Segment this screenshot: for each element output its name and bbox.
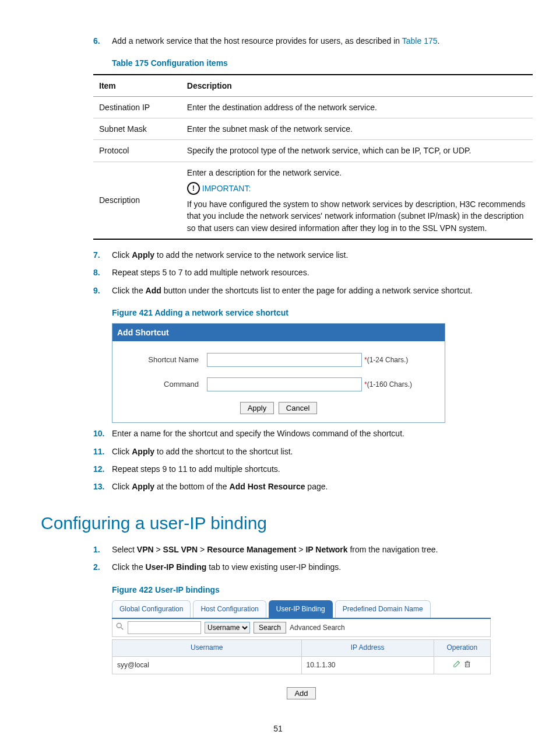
step-text: Click the (112, 286, 146, 295)
step-c2: 2. Click the User-IP Binding tab to view… (58, 561, 498, 573)
step-c1: 1. Select VPN > SSL VPN > Resource Manag… (58, 544, 498, 555)
table-row: Protocol Specify the protocol type of th… (93, 140, 533, 162)
col-username: Username (112, 640, 302, 656)
step-text: from the navigation tree. (348, 545, 438, 554)
step-bold: User-IP Binding (146, 562, 207, 572)
step-text: Enter a name for the shortcut and specif… (112, 429, 404, 438)
step-12: 12. Repeat steps 9 to 11 to add multiple… (58, 463, 498, 475)
step-text: > (296, 545, 305, 554)
step-text: Click (112, 250, 132, 260)
col-ip-address: IP Address (301, 640, 434, 656)
cell-ip: 10.1.1.30 (301, 656, 434, 674)
command-hint: (1-160 Chars.) (367, 380, 412, 388)
shortcut-name-hint: (1-24 Chars.) (367, 356, 409, 364)
table-row: Subnet Mask Enter the subnet mask of the… (93, 118, 533, 140)
figure-421-caption: Figure 421 Adding a network service shor… (112, 307, 498, 318)
command-input[interactable] (207, 377, 362, 391)
edit-icon[interactable] (453, 660, 461, 671)
step-number: 11. (93, 446, 104, 457)
step-text: button under the shortcuts list to enter… (161, 286, 473, 295)
svg-rect-2 (465, 662, 469, 667)
step-number: 9. (93, 285, 100, 296)
table-header-item: Item (93, 75, 181, 97)
step-number: 2. (93, 561, 100, 573)
step-text: to add the network service to the networ… (154, 250, 348, 260)
user-ip-binding-panel: Global Configuration Host Configuration … (112, 600, 491, 699)
cell-desc: Enter the subnet mask of the network ser… (181, 118, 533, 140)
step-text: Click (112, 482, 132, 491)
command-label: Command (129, 379, 207, 390)
delete-icon[interactable] (463, 660, 471, 671)
desc-intro: Enter a description for the network serv… (187, 167, 527, 178)
cell-username: syy@local (112, 656, 302, 674)
cell-item: Subnet Mask (93, 118, 181, 140)
tab-host-configuration[interactable]: Host Configuration (193, 600, 266, 618)
step-bold: Add Host Resource (230, 482, 305, 491)
tab-user-ip-binding[interactable]: User-IP Binding (269, 600, 333, 618)
step-7: 7. Click Apply to add the network servic… (58, 249, 498, 261)
step-text: at the bottom of the (154, 482, 229, 491)
cell-item: Destination IP (93, 96, 181, 118)
tab-global-configuration[interactable]: Global Configuration (112, 600, 191, 618)
step-text: tab to view existing user-IP bindings. (206, 562, 341, 572)
tab-predefined-domain-name[interactable]: Predefined Domain Name (335, 600, 431, 618)
step-9: 9. Click the Add button under the shortc… (58, 285, 498, 296)
col-operation: Operation (434, 640, 490, 656)
add-button[interactable]: Add (287, 687, 315, 699)
step-bold: Apply (132, 250, 154, 260)
cancel-button[interactable]: Cancel (279, 402, 317, 414)
step-number: 6. (93, 35, 100, 47)
breadcrumb-part: IP Network (305, 545, 347, 554)
step-13: 13. Click Apply at the bottom of the Add… (58, 481, 498, 492)
table-header-description: Description (181, 75, 533, 97)
table-row: syy@local 10.1.1.30 (112, 656, 491, 674)
cell-desc: Specify the protocol type of the network… (181, 140, 533, 162)
cell-desc: Enter the destination address of the net… (181, 96, 533, 118)
step-text: Click (112, 447, 132, 456)
step-number: 8. (93, 267, 100, 278)
important-callout: ! IMPORTANT: (187, 182, 527, 195)
step-number: 10. (93, 428, 104, 439)
step-bold: Apply (132, 447, 154, 456)
step-bold: Add (146, 286, 161, 295)
step-text: Click the (112, 562, 146, 572)
step-6: 6. Add a network service that the host r… (58, 35, 498, 47)
step-text: > (198, 545, 207, 554)
cell-desc: Enter a description for the network serv… (181, 162, 533, 239)
breadcrumb-part: VPN (137, 545, 154, 554)
step-text: page. (305, 482, 328, 491)
svg-point-0 (117, 624, 121, 628)
add-shortcut-title: Add Shortcut (112, 324, 445, 341)
step-number: 12. (93, 463, 104, 475)
cell-item: Protocol (93, 140, 181, 162)
table-175: Item Description Destination IP Enter th… (93, 74, 533, 240)
step-10: 10. Enter a name for the shortcut and sp… (58, 428, 498, 439)
svg-line-1 (121, 628, 124, 630)
advanced-search-link[interactable]: Advanced Search (290, 623, 345, 633)
step-bold: Apply (132, 482, 154, 491)
search-field-select[interactable]: Username (205, 622, 250, 634)
breadcrumb-part: Resource Management (207, 545, 296, 554)
table-row: Description Enter a description for the … (93, 162, 533, 239)
table-175-link[interactable]: Table 175 (402, 36, 438, 46)
step-text: > (154, 545, 163, 554)
step-11: 11. Click Apply to add the shortcut to t… (58, 446, 498, 457)
step-text: Add a network service that the host reso… (112, 36, 402, 46)
page-number: 51 (58, 723, 498, 734)
apply-button[interactable]: Apply (240, 402, 275, 414)
step-text: Repeat steps 5 to 7 to add multiple netw… (112, 268, 309, 277)
step-8: 8. Repeat steps 5 to 7 to add multiple n… (58, 267, 498, 278)
step-text: Select (112, 545, 137, 554)
shortcut-name-input[interactable] (207, 353, 362, 367)
section-heading: Configuring a user-IP binding (41, 510, 498, 536)
table-175-caption: Table 175 Configuration items (112, 57, 498, 69)
cell-item: Description (93, 162, 181, 239)
search-button[interactable]: Search (254, 622, 286, 634)
step-text: to add the shortcut to the shortcut list… (154, 447, 293, 456)
step-number: 13. (93, 481, 104, 492)
search-input[interactable] (128, 621, 201, 634)
step-number: 7. (93, 249, 100, 261)
search-icon (116, 622, 124, 634)
step-number: 1. (93, 544, 100, 555)
important-text: If you have configured the system to sho… (187, 198, 527, 234)
